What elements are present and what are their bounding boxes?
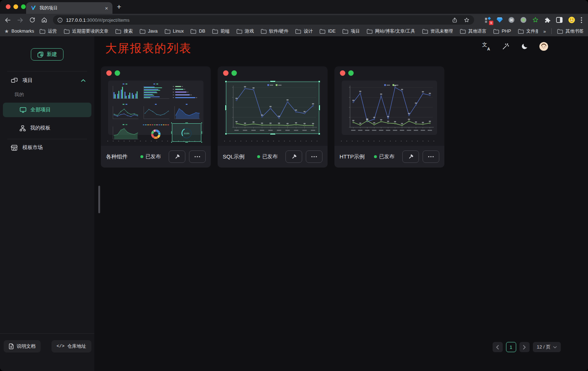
- sidebar-item-template-market[interactable]: 模板市场: [0, 141, 94, 154]
- more-button[interactable]: [423, 151, 439, 163]
- close-window-button[interactable]: [6, 4, 11, 9]
- dark-mode-moon-icon[interactable]: [520, 42, 529, 51]
- extension-grid-icon[interactable]: 9: [485, 17, 491, 23]
- extension-gem-icon[interactable]: [497, 17, 503, 23]
- mini-chart-area[interactable]: [172, 103, 201, 122]
- bookmark-folder[interactable]: 近期需要读的文章: [64, 28, 108, 34]
- selection-handle[interactable]: [225, 81, 227, 83]
- docs-button[interactable]: 说明文档: [4, 340, 41, 353]
- chevron-up-icon[interactable]: [81, 79, 86, 82]
- language-toggle-icon[interactable]: 文A: [482, 42, 490, 51]
- bookmark-folder[interactable]: 搜索: [115, 28, 133, 34]
- bookmark-folder[interactable]: 设计: [295, 28, 313, 34]
- profile-avatar-emoji[interactable]: [568, 16, 575, 24]
- bookmark-folder[interactable]: 运营: [40, 28, 57, 34]
- mini-chart-vbars[interactable]: [110, 83, 140, 102]
- bookmark-folder[interactable]: 文件服务器: [518, 28, 538, 34]
- side-panel-icon[interactable]: [556, 17, 563, 23]
- back-icon[interactable]: [4, 17, 11, 24]
- browser-tab[interactable]: 我的项目 ×: [26, 2, 112, 14]
- selection-handle[interactable]: [318, 105, 320, 111]
- mini-chart-area[interactable]: [110, 123, 140, 142]
- mini-chart-line[interactable]: [110, 103, 140, 122]
- site-info-icon[interactable]: [57, 17, 63, 23]
- selection-handle[interactable]: [318, 133, 320, 135]
- selection-handle[interactable]: [171, 131, 172, 134]
- selection-handle[interactable]: [185, 142, 188, 143]
- bookmark-folder[interactable]: 其他语言: [460, 28, 486, 34]
- bookmark-folder[interactable]: 前端: [212, 28, 230, 34]
- selection-handle[interactable]: [185, 122, 188, 123]
- tab-close-icon[interactable]: ×: [105, 5, 108, 11]
- sidebar-section-projects[interactable]: 项目: [0, 74, 94, 87]
- selection-handle[interactable]: [171, 122, 172, 124]
- other-bookmarks-folder[interactable]: 其他书签: [557, 28, 584, 34]
- forward-icon[interactable]: [17, 17, 24, 24]
- extension-record-icon[interactable]: [520, 17, 527, 23]
- selection-handle[interactable]: [270, 81, 276, 82]
- mini-chart-line[interactable]: [141, 103, 170, 122]
- mini-chart-hbars[interactable]: [141, 83, 170, 102]
- more-button[interactable]: [306, 151, 322, 163]
- project-preview[interactable]: [342, 81, 437, 135]
- selection-handle[interactable]: [270, 133, 276, 135]
- url-text[interactable]: 127.0.0.1:3000/#/project/items: [66, 17, 129, 23]
- new-project-button[interactable]: 新建: [31, 48, 63, 61]
- bookmark-folder[interactable]: 软件/硬件: [261, 28, 288, 34]
- sidebar-item-my-templates[interactable]: 我的模板: [3, 121, 91, 135]
- edit-button[interactable]: [285, 151, 302, 163]
- sidebar-item-all-projects[interactable]: 全部项目: [3, 103, 91, 117]
- mini-chart-gauge[interactable]: 25.00%: [172, 123, 201, 142]
- share-icon[interactable]: [452, 17, 458, 23]
- project-card[interactable]: SQL示例 已发布: [218, 66, 328, 168]
- repo-button[interactable]: </> 仓库地址: [52, 340, 91, 353]
- selection-handle[interactable]: [201, 141, 202, 143]
- preview-chart-panel[interactable]: [343, 82, 436, 134]
- extensions-puzzle-icon[interactable]: [544, 17, 551, 23]
- home-icon[interactable]: [41, 17, 48, 23]
- bookmarks-root[interactable]: ★ Bookmarks: [4, 28, 34, 34]
- bookmark-folder[interactable]: IDE: [320, 29, 336, 34]
- selection-handle[interactable]: [225, 133, 227, 135]
- selection-handle[interactable]: [201, 122, 202, 124]
- address-bar[interactable]: 127.0.0.1:3000/#/project/items: [53, 15, 474, 25]
- project-preview[interactable]: [225, 81, 320, 135]
- project-preview[interactable]: 25.00%: [108, 81, 203, 135]
- project-card[interactable]: 25.00% 各种组件 已发布: [101, 66, 211, 168]
- project-card[interactable]: HTTP示例 已发布: [334, 66, 444, 168]
- next-page-button[interactable]: [519, 342, 530, 352]
- scrollbar-thumb[interactable]: [98, 186, 100, 213]
- edit-button[interactable]: [402, 151, 419, 163]
- browser-menu-icon[interactable]: [581, 17, 582, 23]
- current-page-button[interactable]: 1: [506, 342, 516, 352]
- edit-button[interactable]: [169, 151, 185, 163]
- page-size-select[interactable]: 12 / 页: [533, 342, 561, 352]
- selection-handle[interactable]: [318, 81, 320, 83]
- selection-handle[interactable]: [171, 141, 172, 143]
- extension-star-icon[interactable]: [532, 17, 539, 23]
- bookmark-folder[interactable]: 网站/博客/文章/工具: [367, 28, 415, 34]
- mini-chart-strips[interactable]: [172, 83, 201, 102]
- new-tab-button[interactable]: +: [117, 3, 121, 11]
- preview-chart-panel[interactable]: [226, 82, 319, 134]
- theme-wand-icon[interactable]: [501, 42, 510, 51]
- extension-command-icon[interactable]: ⌘: [508, 17, 515, 23]
- bookmark-folder[interactable]: DB: [190, 29, 205, 34]
- bookmarks-overflow-chevron[interactable]: »: [543, 29, 546, 34]
- user-avatar[interactable]: [539, 42, 548, 51]
- prev-page-button[interactable]: [493, 342, 503, 352]
- bookmark-folder[interactable]: 游戏: [237, 28, 254, 34]
- window-controls[interactable]: [6, 4, 26, 9]
- bookmark-folder[interactable]: PHP: [493, 29, 511, 34]
- selection-handle[interactable]: [201, 131, 202, 134]
- bookmark-folder[interactable]: Linux: [165, 29, 184, 34]
- mini-chart-donut[interactable]: [141, 123, 170, 142]
- reload-icon[interactable]: [29, 17, 36, 23]
- more-button[interactable]: [189, 151, 206, 163]
- selection-handle[interactable]: [225, 105, 227, 111]
- bookmark-star-icon[interactable]: [464, 17, 470, 23]
- minimize-window-button[interactable]: [13, 4, 18, 9]
- bookmark-folder[interactable]: 资讯未整理: [422, 28, 453, 34]
- bookmark-folder[interactable]: Java: [140, 29, 157, 34]
- bookmark-folder[interactable]: 项目: [342, 28, 360, 34]
